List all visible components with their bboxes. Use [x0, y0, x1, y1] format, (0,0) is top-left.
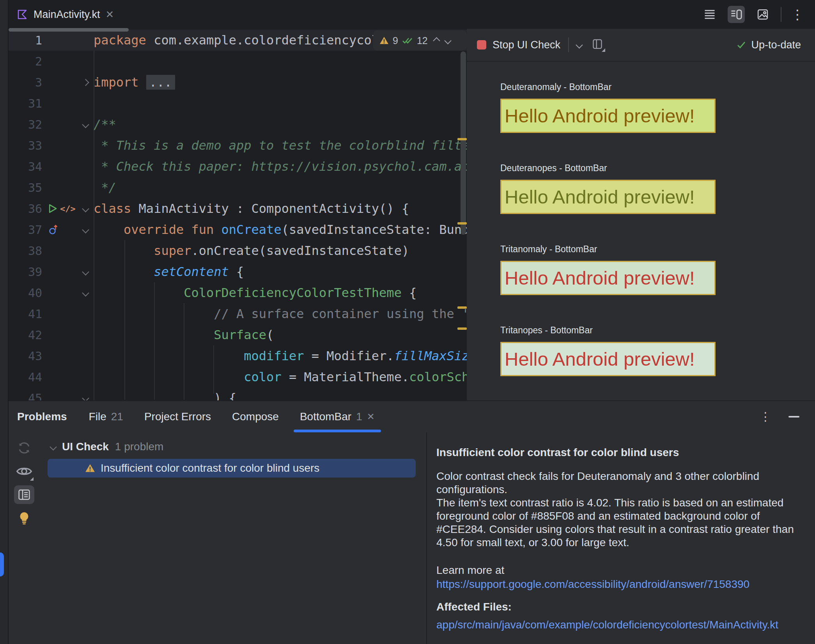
- editor-tab-bar: MainActivity.kt ✕ ⋮: [9, 0, 815, 29]
- code-line-2[interactable]: 2: [9, 51, 467, 72]
- passed-count: 12: [417, 35, 428, 46]
- next-problem-icon[interactable]: [444, 37, 451, 44]
- preview-list: Deuteranomaly - BottomBarHello Android p…: [467, 62, 815, 376]
- tool-window-options-icon[interactable]: ⋮: [760, 411, 771, 423]
- problem-row-selected[interactable]: Insufficient color contrast for color bl…: [48, 459, 416, 478]
- tab-close-icon[interactable]: ✕: [106, 9, 114, 19]
- tab-file[interactable]: File21: [89, 401, 123, 432]
- code-line-45[interactable]: 45 ) {: [9, 387, 467, 400]
- code-line-40[interactable]: 40 ColorDeficiencyColorTestTheme {: [9, 282, 467, 303]
- refresh-button[interactable]: [14, 439, 34, 457]
- code-line-32[interactable]: 32/**: [9, 114, 467, 135]
- code-line-34[interactable]: 34 * Check this paper: https://vision.ps…: [9, 156, 467, 177]
- tab-mainactivity[interactable]: MainActivity.kt ✕: [9, 0, 121, 29]
- affected-file-link[interactable]: app/src/main/java/com/example/colordefic…: [436, 619, 778, 631]
- split-view-button[interactable]: [728, 6, 745, 23]
- fold-collapse-icon[interactable]: [82, 289, 89, 296]
- quick-fix-button[interactable]: [14, 509, 34, 527]
- problems-content: UI Check 1 problem Insufficient color co…: [9, 432, 815, 644]
- code-line-41[interactable]: 41 // A surface container using the 'bac…: [9, 303, 467, 324]
- override-method-icon[interactable]: [48, 224, 59, 235]
- fold-collapse-icon[interactable]: [82, 205, 89, 212]
- design-view-button[interactable]: [754, 6, 771, 23]
- learn-more-block: Learn more at https://support.google.com…: [436, 563, 799, 591]
- code-line-36[interactable]: 36</>class MainActivity : ComponentActiv…: [9, 198, 467, 219]
- preview-item-2[interactable]: Deuteranopes - BottomBarHello Android pr…: [500, 163, 815, 214]
- tool-window-stripe-indicator[interactable]: [0, 552, 4, 577]
- code-line-44[interactable]: 44 color = MaterialTheme.colorScheme.bac…: [9, 366, 467, 387]
- tab-strip-scrollbar[interactable]: [9, 28, 129, 32]
- code-text: Surface(: [94, 327, 467, 342]
- gutter: [42, 135, 94, 156]
- more-options-icon[interactable]: ⋮: [791, 8, 804, 21]
- preview-render: Hello Android preview!: [500, 180, 716, 214]
- details-text-line: 4.50 for small text, or 3.00 for large t…: [436, 536, 799, 549]
- lightbulb-icon: [18, 511, 30, 525]
- editor-scrollbar[interactable]: [461, 51, 466, 235]
- compose-preview-icon[interactable]: </>: [60, 204, 76, 214]
- tab-bottombar[interactable]: BottomBar1✕: [300, 401, 375, 432]
- details-text-line: Color contrast check fails for Deuterano…: [436, 470, 799, 483]
- preview-render: Hello Android preview!: [500, 261, 716, 295]
- fold-expand-icon[interactable]: [82, 79, 89, 86]
- stop-dropdown-icon[interactable]: [576, 41, 583, 48]
- preview-item-4[interactable]: Tritanopes - BottomBarHello Android prev…: [500, 325, 815, 376]
- fold-collapse-icon[interactable]: [82, 268, 89, 275]
- gutter: [42, 177, 94, 198]
- tab-close-icon[interactable]: ✕: [367, 412, 375, 421]
- code-line-37[interactable]: 37 override fun onCreate(savedInstanceSt…: [9, 219, 467, 240]
- preview-render: Hello Android preview!: [500, 342, 716, 376]
- code-text: override fun onCreate(savedInstanceState…: [94, 222, 467, 237]
- code-text: import ...: [94, 75, 467, 90]
- hide-tool-window-icon[interactable]: [788, 416, 799, 418]
- code-text: // A surface container using the 'backgr…: [94, 306, 467, 321]
- inspections-widget[interactable]: 9 12: [373, 30, 467, 51]
- previous-problem-icon[interactable]: [433, 37, 440, 44]
- tab-count: 1: [356, 410, 362, 423]
- code-view-button[interactable]: [701, 6, 718, 23]
- code-text: * This is a demo app to test the colorbl…: [94, 138, 467, 153]
- code-line-39[interactable]: 39 setContent {: [9, 261, 467, 282]
- warning-count: 9: [393, 35, 398, 46]
- code-line-42[interactable]: 42 Surface(: [9, 324, 467, 345]
- details-pane-icon: [18, 489, 30, 501]
- ui-check-header: Stop UI Check Up-to-date: [467, 29, 815, 62]
- double-check-icon: [402, 36, 413, 45]
- stop-ui-check-button[interactable]: Stop UI Check: [493, 39, 560, 51]
- code-line-31[interactable]: 31: [9, 93, 467, 114]
- group-label: UI Check: [62, 441, 109, 453]
- indent-guide: [154, 282, 155, 400]
- fold-collapse-icon[interactable]: [82, 226, 89, 233]
- dropdown-corner-icon: [30, 477, 34, 481]
- gutter: [42, 72, 94, 93]
- code-line-33[interactable]: 33 * This is a demo app to test the colo…: [9, 135, 467, 156]
- learn-more-link[interactable]: https://support.google.com/accessibility…: [436, 578, 749, 590]
- preview-render: Hello Android preview!: [500, 99, 716, 133]
- ui-check-group-row[interactable]: UI Check 1 problem: [40, 437, 426, 456]
- gutter: [42, 324, 94, 345]
- line-number: 45: [9, 391, 42, 401]
- show-details-button[interactable]: [14, 485, 34, 504]
- preview-item-1[interactable]: Deuteranomaly - BottomBarHello Android p…: [500, 82, 815, 133]
- expand-icon[interactable]: [50, 443, 57, 450]
- code-line-35[interactable]: 35 */: [9, 177, 467, 198]
- code-line-43[interactable]: 43 modifier = Modifier.fillMaxSize(): [9, 345, 467, 366]
- fold-collapse-icon[interactable]: [82, 395, 89, 400]
- problem-details-pane: Insufficient color contrast for color bl…: [427, 432, 815, 644]
- layout-options-button[interactable]: [592, 39, 603, 51]
- code-line-3[interactable]: 3import ...: [9, 72, 467, 93]
- tab-compose[interactable]: Compose: [232, 401, 279, 432]
- dropdown-corner-icon: [602, 48, 605, 52]
- preview-item-3[interactable]: Tritanomaly - BottomBarHello Android pre…: [500, 244, 815, 295]
- gutter: [42, 156, 94, 177]
- tab-project-errors[interactable]: Project Errors: [144, 401, 211, 432]
- fold-collapse-icon[interactable]: [82, 121, 89, 128]
- code-editor[interactable]: 1package com.example.colordeficiencycolo…: [9, 29, 467, 400]
- problems-tree: UI Check 1 problem Insufficient color co…: [40, 432, 426, 644]
- run-icon[interactable]: [48, 203, 58, 214]
- gutter: [42, 261, 94, 282]
- view-options-button[interactable]: [14, 462, 34, 481]
- line-number: 33: [9, 139, 42, 152]
- code-line-38[interactable]: 38 super.onCreate(savedInstanceState): [9, 240, 467, 261]
- kotlin-file-icon: [16, 9, 28, 20]
